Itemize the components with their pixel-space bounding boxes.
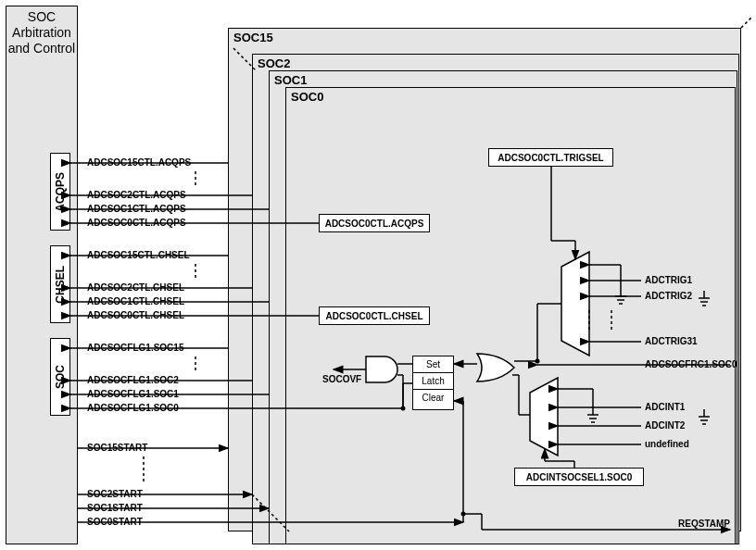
- svg-line-1: [233, 48, 256, 70]
- wiring-svg: [0, 0, 756, 550]
- svg-line-0: [741, 17, 752, 28]
- svg-point-40: [536, 359, 540, 364]
- svg-line-25: [252, 494, 289, 531]
